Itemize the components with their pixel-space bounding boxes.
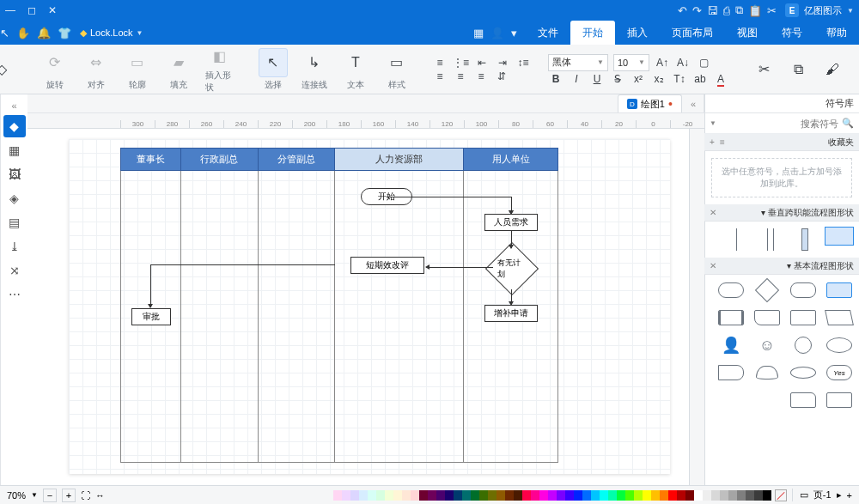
qat-print-icon[interactable]: ⎙: [723, 4, 730, 17]
page-next-icon[interactable]: ▸: [837, 489, 842, 501]
color-swatch[interactable]: [393, 490, 402, 501]
lane-header-1[interactable]: 行政副总: [180, 149, 258, 171]
shape-tag[interactable]: [716, 362, 746, 383]
color-swatch[interactable]: [720, 490, 728, 501]
shape-person[interactable]: ☺: [752, 335, 782, 355]
bullet-list-button[interactable]: ≡: [432, 57, 448, 69]
shape-cyl[interactable]: [752, 362, 782, 383]
color-swatch[interactable]: [359, 490, 368, 501]
shape-card[interactable]: [825, 390, 854, 410]
image-icon[interactable]: 🖼: [3, 163, 26, 185]
qat-redo-icon[interactable]: ↷: [692, 4, 702, 17]
qat-copy-icon[interactable]: ⧉: [735, 3, 743, 17]
no-fill-swatch[interactable]: [775, 489, 787, 501]
qat-cut-icon[interactable]: ✂: [767, 4, 777, 17]
line-shape[interactable]: [722, 227, 751, 252]
color-swatch[interactable]: [479, 490, 488, 501]
color-swatch[interactable]: [754, 490, 763, 501]
page-indicator[interactable]: 页-1: [813, 489, 832, 501]
right-collapse-icon[interactable]: «: [11, 98, 16, 113]
color-swatch[interactable]: [436, 490, 445, 501]
color-swatch[interactable]: [728, 490, 737, 501]
color-swatch[interactable]: [746, 490, 754, 501]
copy-button[interactable]: ⧉: [783, 55, 813, 84]
fit-page-icon[interactable]: ⛶: [81, 490, 90, 501]
search-dropdown-icon[interactable]: ▼: [710, 119, 716, 127]
color-swatch[interactable]: [685, 490, 694, 501]
color-swatch[interactable]: [419, 490, 428, 501]
rotate-button[interactable]: ⟳: [40, 48, 70, 77]
shape-rect[interactable]: [825, 280, 854, 301]
color-swatch[interactable]: [625, 490, 634, 501]
vbar-shape[interactable]: [790, 227, 819, 252]
close-section2-icon[interactable]: ✕: [710, 261, 716, 270]
qat-paste-icon[interactable]: 📋: [748, 4, 762, 17]
qat-undo-icon[interactable]: ↶: [678, 4, 687, 17]
page[interactable]: 董事长行政副总分管副总人力资源部用人单位 审批 开始 短期效改评: [69, 139, 670, 474]
color-swatch[interactable]: [737, 490, 746, 501]
color-swatch[interactable]: [668, 490, 677, 501]
color-swatch[interactable]: [531, 490, 539, 501]
color-swatch[interactable]: [574, 490, 582, 501]
shape-doc[interactable]: [752, 307, 782, 328]
color-swatch[interactable]: [694, 490, 703, 501]
menu-tab-1[interactable]: 开始: [570, 21, 615, 45]
color-palette[interactable]: [112, 489, 792, 501]
color-swatch[interactable]: [428, 490, 436, 501]
lane-header-3[interactable]: 人力资源部: [335, 149, 464, 171]
shape-rect2[interactable]: [789, 307, 818, 328]
format-painter-button[interactable]: 🖌: [818, 55, 847, 84]
number-list-button[interactable]: ⋮≡: [453, 57, 469, 69]
color-swatch[interactable]: [488, 490, 497, 501]
lane-header-0[interactable]: 董事长: [121, 149, 181, 171]
shape-circle[interactable]: [789, 335, 818, 355]
color-swatch[interactable]: [385, 490, 393, 501]
font-grow-icon[interactable]: A↑: [655, 57, 670, 69]
color-swatch[interactable]: [411, 490, 419, 501]
highlight-icon[interactable]: ▢: [696, 57, 711, 69]
swimlane-diagram[interactable]: 董事长行政副总分管副总人力资源部用人单位 审批 开始 短期效改评: [120, 148, 558, 463]
color-swatch[interactable]: [462, 490, 471, 501]
user-icon[interactable]: 👤: [490, 27, 504, 39]
add-favorite-icon[interactable]: +: [710, 137, 715, 147]
font-shrink-icon[interactable]: A↓: [675, 57, 691, 69]
menu-tab-6[interactable]: 帮助: [814, 21, 859, 45]
title-dropdown[interactable]: ▼: [847, 7, 854, 15]
color-swatch[interactable]: [497, 490, 505, 501]
shape-user[interactable]: 👤: [716, 335, 746, 355]
qat-save-icon[interactable]: 🖫: [707, 4, 718, 17]
color-swatch[interactable]: [522, 490, 531, 501]
bold-button[interactable]: B: [548, 73, 564, 85]
align-button[interactable]: ⇔: [82, 48, 111, 77]
color-swatch[interactable]: [643, 490, 651, 501]
zoom-out-button[interactable]: −: [43, 489, 57, 502]
text-direction-button[interactable]: ab: [692, 73, 708, 85]
window-close-icon[interactable]: ✕: [48, 4, 57, 16]
zoom-value[interactable]: 70%: [7, 490, 26, 501]
color-swatch[interactable]: [557, 490, 565, 501]
more-icon[interactable]: ⋯: [3, 283, 26, 306]
menu-tab-5[interactable]: 符号: [770, 21, 814, 45]
align-center-button[interactable]: ≡: [453, 70, 468, 82]
canvas[interactable]: -200204060801001201401601802002202402602…: [27, 113, 704, 485]
font-family-select[interactable]: 黑体▼: [548, 54, 608, 71]
dvbar-shape[interactable]: [756, 227, 785, 252]
shape-diamond[interactable]: [752, 280, 782, 301]
node-review[interactable]: 短期效改评: [350, 257, 424, 274]
document-tab[interactable]: D 绘图1 •: [618, 94, 682, 112]
insert-shape-button[interactable]: ◧: [205, 45, 235, 68]
color-swatch[interactable]: [333, 490, 342, 501]
color-swatch[interactable]: [600, 490, 608, 501]
color-swatch[interactable]: [660, 490, 668, 501]
color-swatch[interactable]: [539, 490, 548, 501]
color-swatch[interactable]: [368, 490, 376, 501]
shape-note[interactable]: [789, 390, 818, 410]
color-swatch[interactable]: [514, 490, 522, 501]
color-swatch[interactable]: [591, 490, 600, 501]
section-favorites-label[interactable]: 收藏夹: [828, 137, 854, 149]
shape-para[interactable]: [825, 307, 854, 328]
menu-tab-3[interactable]: 页面布局: [660, 21, 725, 45]
color-swatch[interactable]: [565, 490, 574, 501]
valign-button[interactable]: ⇵: [494, 70, 509, 82]
bell-icon[interactable]: 🔔: [37, 27, 51, 39]
